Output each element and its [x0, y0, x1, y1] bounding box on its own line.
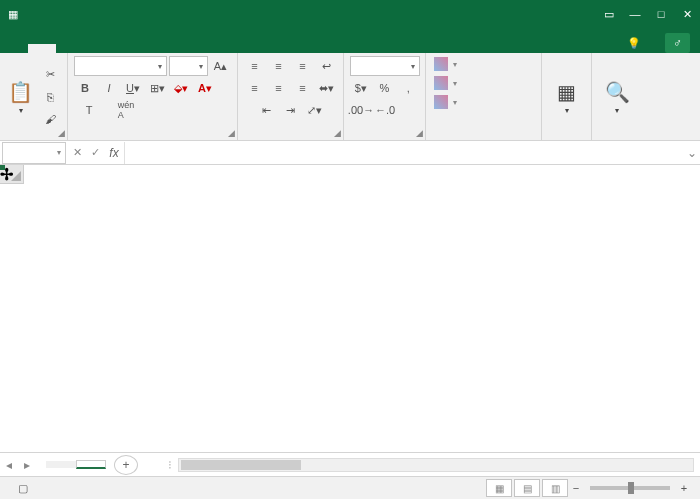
cells-button[interactable]: ▦▾ — [548, 78, 585, 115]
tab-home[interactable] — [28, 44, 56, 53]
group-alignment-label — [244, 137, 337, 138]
zoom-out-button[interactable]: − — [568, 482, 584, 494]
format-as-table-button[interactable]: ▾ — [432, 75, 535, 91]
font-launcher[interactable]: ◢ — [228, 128, 235, 138]
number-format-combo[interactable]: ▾ — [350, 56, 420, 76]
ribbon: 📋▾ ✂ ⎘ 🖌 ◢ ▾ ▾ A▴ B I U▾ ⊞▾ ⬙▾ A▾ — [0, 53, 700, 141]
enter-formula-button[interactable]: ✓ — [86, 146, 104, 159]
format-painter-button[interactable]: 🖌 — [39, 109, 61, 129]
accounting-format-button[interactable]: $▾ — [350, 78, 372, 98]
cancel-formula-button[interactable]: ✕ — [68, 146, 86, 159]
sheet-tab-1[interactable] — [46, 461, 76, 468]
increase-decimal-button[interactable]: .00→ — [350, 100, 372, 120]
page-break-view-button[interactable]: ▥ — [542, 479, 568, 497]
tab-view[interactable] — [196, 44, 224, 53]
ribbon-tabs: ♂ — [0, 28, 700, 53]
alignment-launcher[interactable]: ◢ — [334, 128, 341, 138]
tab-review[interactable] — [168, 44, 196, 53]
orientation-button[interactable]: ⤢▾ — [304, 100, 326, 120]
font-size-combo[interactable]: ▾ — [169, 56, 208, 76]
zoom-in-button[interactable]: + — [676, 482, 692, 494]
sheet-tab-2[interactable] — [76, 460, 106, 469]
tab-layout[interactable] — [84, 44, 112, 53]
italic-button[interactable]: I — [98, 78, 120, 98]
underline-button[interactable]: U▾ — [122, 78, 144, 98]
sheet-nav-next[interactable]: ▸ — [18, 458, 36, 472]
cell-styles-button[interactable]: ▾ — [432, 94, 535, 110]
macro-record-icon[interactable]: ▢ — [18, 482, 28, 495]
formula-bar-row: ▾ ✕ ✓ fx ⌄ — [0, 141, 700, 165]
border-button[interactable]: ⊞▾ — [146, 78, 168, 98]
tab-data[interactable] — [140, 44, 168, 53]
bold-button[interactable]: B — [74, 78, 96, 98]
share-button[interactable]: ♂ — [665, 33, 690, 53]
fx-icon[interactable]: fx — [104, 146, 124, 160]
font-color-button[interactable]: A▾ — [194, 78, 216, 98]
minimize-icon[interactable]: — — [628, 7, 642, 21]
indent-inc-button[interactable]: ⇥ — [280, 100, 302, 120]
comma-format-button[interactable]: , — [397, 78, 419, 98]
excel-icon: ▦ — [6, 7, 20, 21]
align-center-button[interactable]: ≡ — [268, 78, 290, 98]
formula-bar[interactable] — [124, 142, 684, 164]
wrap-text-button[interactable]: ↩ — [316, 56, 338, 76]
group-font-label — [74, 137, 231, 138]
sheet-nav-prev[interactable]: ◂ — [0, 458, 18, 472]
merge-button[interactable]: ⬌▾ — [316, 78, 338, 98]
paste-button[interactable]: 📋▾ — [6, 78, 35, 115]
tab-formulas[interactable] — [112, 44, 140, 53]
fill-color-button[interactable]: ⬙▾ — [170, 78, 192, 98]
grow-font-button[interactable]: A▴ — [210, 56, 231, 76]
editing-button[interactable]: 🔍▾ — [598, 78, 636, 115]
decrease-decimal-button[interactable]: ←.0 — [374, 100, 396, 120]
name-box[interactable]: ▾ — [2, 142, 66, 164]
select-all-button[interactable] — [0, 165, 24, 184]
normal-view-button[interactable]: ▦ — [486, 479, 512, 497]
number-launcher[interactable]: ◢ — [416, 128, 423, 138]
zoom-slider[interactable] — [590, 486, 670, 490]
maximize-icon[interactable]: □ — [654, 7, 668, 21]
group-number-label — [350, 137, 419, 138]
ribbon-options-icon[interactable]: ▭ — [602, 7, 616, 21]
sheet-tab-bar: ◂ ▸ + ⁝ — [0, 452, 700, 476]
horizontal-scrollbar[interactable] — [178, 458, 694, 472]
status-bar: ▢ ▦ ▤ ▥ − + — [0, 476, 700, 499]
copy-button[interactable]: ⎘ — [39, 87, 61, 107]
phonetic-button[interactable]: T — [74, 100, 104, 120]
group-clipboard-label — [6, 137, 61, 138]
close-icon[interactable]: ✕ — [680, 7, 694, 21]
cut-button[interactable]: ✂ — [39, 65, 61, 85]
tab-insert[interactable] — [56, 44, 84, 53]
indent-dec-button[interactable]: ⇤ — [256, 100, 278, 120]
percent-format-button[interactable]: % — [374, 78, 396, 98]
conditional-formatting-button[interactable]: ▾ — [432, 56, 535, 72]
tell-me-input[interactable] — [627, 36, 645, 50]
align-left-button[interactable]: ≡ — [244, 78, 266, 98]
title-bar: ▦ ▭ — □ ✕ — [0, 0, 700, 28]
ruby-button[interactable]: wénA — [106, 100, 146, 120]
align-top-button[interactable]: ≡ — [244, 56, 266, 76]
page-layout-view-button[interactable]: ▤ — [514, 479, 540, 497]
cell-grid[interactable]: ✢ — [0, 165, 700, 452]
align-right-button[interactable]: ≡ — [292, 78, 314, 98]
clipboard-launcher[interactable]: ◢ — [58, 128, 65, 138]
add-sheet-button[interactable]: + — [114, 455, 138, 475]
expand-formula-bar-button[interactable]: ⌄ — [684, 146, 700, 160]
tab-file[interactable] — [0, 44, 28, 53]
align-middle-button[interactable]: ≡ — [268, 56, 290, 76]
align-bottom-button[interactable]: ≡ — [292, 56, 314, 76]
group-styles-label — [432, 137, 535, 138]
font-name-combo[interactable]: ▾ — [74, 56, 167, 76]
